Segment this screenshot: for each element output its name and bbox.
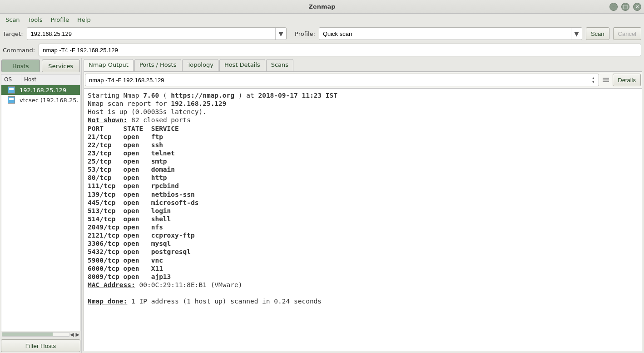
services-tab[interactable]: Services bbox=[42, 60, 80, 72]
close-button[interactable]: × bbox=[633, 3, 641, 11]
command-input[interactable] bbox=[43, 47, 637, 54]
hosts-tab[interactable]: Hosts bbox=[1, 60, 40, 72]
titlebar: Zenmap – □ × bbox=[0, 0, 644, 14]
os-icon bbox=[3, 96, 20, 104]
minimize-button[interactable]: – bbox=[609, 3, 618, 11]
command-row: Command: bbox=[0, 42, 644, 58]
main: Hosts Services OS Host 192.168.25.129vtc… bbox=[0, 58, 644, 353]
host-label: 192.168.25.129 bbox=[20, 87, 78, 94]
profile-label: Profile: bbox=[295, 30, 315, 37]
profile-combo[interactable]: ▼ bbox=[319, 27, 582, 40]
output-toolbar: ▴▾ Details bbox=[84, 71, 642, 89]
host-list-header: OS Host bbox=[1, 75, 80, 85]
host-row[interactable]: vtcsec (192.168.25. bbox=[1, 95, 80, 105]
os-icon bbox=[3, 86, 20, 94]
target-label: Target: bbox=[3, 30, 23, 37]
host-list: OS Host 192.168.25.129vtcsec (192.168.25… bbox=[1, 74, 80, 331]
output-tabs: Nmap Output Ports / Hosts Topology Host … bbox=[84, 59, 642, 72]
target-combo[interactable]: ▼ bbox=[27, 27, 287, 40]
spinner-icon[interactable]: ▴▾ bbox=[592, 76, 599, 84]
cancel-button: Cancel bbox=[613, 27, 641, 40]
host-scrollbar[interactable]: ◀▶ bbox=[0, 331, 81, 338]
profile-input[interactable] bbox=[319, 30, 571, 37]
scan-button[interactable]: Scan bbox=[586, 27, 609, 40]
menu-scan[interactable]: Scan bbox=[2, 15, 24, 25]
output-command-combo[interactable]: ▴▾ bbox=[85, 74, 599, 86]
nmap-output-area[interactable]: Starting Nmap 7.60 ( https://nmap.org ) … bbox=[84, 89, 642, 351]
tab-ports-hosts[interactable]: Ports / Hosts bbox=[134, 59, 182, 72]
chevron-down-icon[interactable]: ▼ bbox=[275, 28, 286, 40]
target-input[interactable] bbox=[27, 30, 275, 37]
tab-topology[interactable]: Topology bbox=[182, 59, 218, 72]
chevron-down-icon[interactable]: ▼ bbox=[571, 28, 582, 40]
right-panel: Nmap Output Ports / Hosts Topology Host … bbox=[82, 58, 644, 353]
host-label: vtcsec (192.168.25. bbox=[20, 97, 78, 104]
filter-hosts-button[interactable]: Filter Hosts bbox=[1, 339, 80, 352]
menu-tools[interactable]: Tools bbox=[25, 15, 46, 25]
target-row: Target: ▼ Profile: ▼ Scan Cancel bbox=[0, 25, 644, 42]
menu-profile[interactable]: Profile bbox=[47, 15, 73, 25]
details-button[interactable]: Details bbox=[613, 74, 641, 86]
host-row[interactable]: 192.168.25.129 bbox=[1, 85, 80, 95]
tab-scans[interactable]: Scans bbox=[266, 59, 293, 72]
output-command-input[interactable] bbox=[85, 77, 592, 84]
maximize-button[interactable]: □ bbox=[621, 3, 629, 11]
menubar: Scan Tools Profile Help bbox=[0, 14, 644, 25]
col-host[interactable]: Host bbox=[21, 75, 80, 85]
left-panel: Hosts Services OS Host 192.168.25.129vtc… bbox=[0, 58, 82, 353]
tab-host-details[interactable]: Host Details bbox=[219, 59, 265, 72]
command-field[interactable] bbox=[39, 44, 641, 56]
menu-help[interactable]: Help bbox=[74, 15, 94, 25]
tab-nmap-output[interactable]: Nmap Output bbox=[84, 59, 134, 72]
command-label: Command: bbox=[3, 47, 35, 54]
window-title: Zenmap bbox=[0, 3, 644, 10]
list-icon[interactable] bbox=[602, 76, 610, 84]
col-os[interactable]: OS bbox=[1, 75, 21, 85]
